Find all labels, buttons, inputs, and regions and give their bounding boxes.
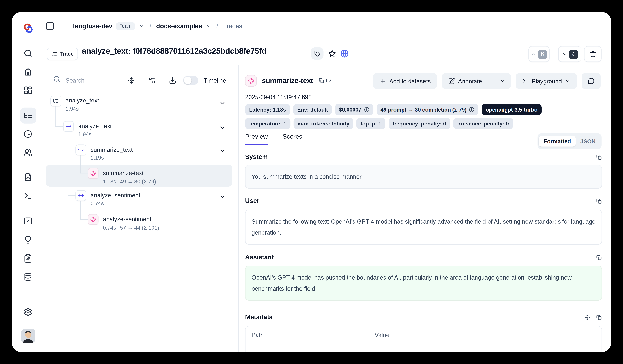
temperature-badge: temperature: 1 — [245, 118, 290, 129]
playground-label: Playground — [532, 78, 562, 85]
home-icon[interactable] — [23, 67, 32, 76]
star-bookmark-icon[interactable] — [328, 50, 336, 58]
search-icon[interactable] — [23, 49, 32, 58]
copy-id-button[interactable]: ID — [319, 78, 331, 83]
tab-scores[interactable]: Scores — [283, 133, 302, 140]
copy-icon[interactable] — [596, 254, 602, 260]
generation-badge — [245, 75, 257, 86]
observation-timestamp: 2025-09-04 11:39:47.698 — [245, 94, 312, 101]
navbar-divider — [12, 40, 611, 40]
observation-title: summarize-text — [262, 76, 313, 85]
detail-header: summarize-text ID — [245, 73, 331, 88]
annotation-clipboard-icon[interactable] — [23, 254, 32, 263]
trace-tree-panel: Search Timeline analyze_text 1.94s — [40, 65, 239, 352]
node-duration: 1.94s — [78, 131, 91, 137]
sidebar-toggle-icon[interactable] — [45, 21, 54, 30]
id-label: ID — [326, 78, 331, 83]
breadcrumb: langfuse-dev Team / docs-examples / Trac… — [73, 12, 242, 40]
users-icon[interactable] — [23, 148, 32, 157]
env-badge: Env: default — [293, 104, 332, 115]
tag-icon — [314, 50, 320, 57]
generation-node-icon — [88, 214, 98, 225]
tag-button[interactable] — [311, 47, 324, 60]
observation-detail-panel: summarize-text ID Add to datasets Annota… — [239, 65, 611, 352]
info-icon[interactable] — [469, 107, 474, 112]
node-metrics: 0.74s57 → 44 (Σ 101) — [103, 225, 159, 231]
preview-content: System You summarize texts in a concise … — [245, 148, 602, 352]
format-formatted-option[interactable]: Formatted — [539, 136, 576, 147]
fan-generation-icon — [90, 216, 96, 222]
detail-actions: Add to datasets Annotate Playground — [373, 73, 601, 89]
sessions-clock-icon[interactable] — [23, 129, 32, 138]
format-json-option[interactable]: JSON — [576, 138, 600, 144]
prompts-file-icon[interactable] — [23, 173, 32, 182]
trace-badge-label: Trace — [60, 51, 73, 57]
org-chevron-down-icon[interactable] — [139, 23, 145, 29]
copy-icon[interactable] — [596, 154, 602, 160]
insights-lightbulb-icon[interactable] — [23, 235, 32, 244]
node-label: analyze_sentiment — [90, 192, 140, 199]
public-globe-icon[interactable] — [340, 49, 349, 58]
playground-terminal-icon[interactable] — [23, 191, 32, 200]
trace-title: analyze_text: f0f78d8887011612a3c25bdcb8… — [82, 46, 266, 56]
tree-connector — [80, 154, 88, 174]
breadcrumb-separator: / — [148, 22, 153, 30]
screen: langfuse-dev Team / docs-examples / Trac… — [0, 0, 623, 364]
annotate-button[interactable]: Annotate — [442, 73, 488, 89]
user-label: User — [245, 197, 259, 204]
tree-search-input[interactable]: Search — [66, 77, 84, 84]
chevron-down-icon[interactable] — [219, 148, 226, 154]
expand-vertical-icon[interactable] — [584, 314, 590, 320]
system-message-box: You summarize texts in a concise manner. — [245, 165, 602, 189]
timeline-toggle[interactable] — [183, 76, 198, 85]
chevron-down-icon[interactable] — [219, 100, 226, 106]
add-to-datasets-button[interactable]: Add to datasets — [373, 73, 437, 89]
settings-gear-icon[interactable] — [23, 307, 32, 317]
tab-preview[interactable]: Preview — [245, 133, 268, 145]
list-tree-icon — [53, 98, 59, 104]
next-item-button[interactable]: J — [558, 46, 581, 62]
langfuse-logo-icon[interactable] — [22, 22, 34, 34]
collapse-all-icon[interactable] — [128, 77, 135, 84]
info-icon[interactable] — [364, 107, 369, 112]
tree-settings-icon[interactable] — [148, 77, 156, 84]
scores-percent-icon[interactable] — [23, 216, 32, 226]
chevron-down-icon[interactable] — [219, 193, 226, 200]
comment-button[interactable] — [582, 73, 601, 89]
node-metrics: 1.18s49 → 30 (Σ 79) — [103, 179, 156, 185]
generation-node-icon — [88, 168, 98, 179]
breadcrumb-project[interactable]: docs-examples — [156, 22, 202, 29]
delete-trace-button[interactable] — [584, 46, 601, 62]
plus-icon — [379, 78, 386, 85]
system-label: System — [245, 153, 268, 160]
message-bubble-icon — [588, 78, 595, 85]
model-badge[interactable]: openai/gpt-3.5-turbo — [482, 104, 542, 115]
project-chevron-down-icon[interactable] — [206, 23, 212, 29]
tokens-badge: 49 prompt → 30 completion (Σ 79) — [377, 104, 479, 115]
datasets-database-icon[interactable] — [23, 272, 32, 281]
chevron-down-icon[interactable] — [219, 124, 226, 131]
tracing-icon[interactable] — [23, 111, 32, 120]
node-duration: 1.94s — [66, 106, 79, 112]
annotate-split-button: Annotate — [442, 73, 511, 89]
prev-item-button[interactable]: K — [528, 46, 550, 62]
detail-tabs: Preview Scores Formatted JSON — [239, 133, 611, 148]
node-label: summarize_text — [90, 146, 133, 153]
copy-icon[interactable] — [596, 198, 602, 204]
assistant-section-header: Assistant — [245, 254, 602, 261]
dashboard-icon[interactable] — [23, 86, 32, 95]
breadcrumb-org[interactable]: langfuse-dev — [73, 22, 112, 29]
fan-generation-icon — [248, 78, 254, 84]
terminal-icon — [522, 78, 528, 84]
user-avatar[interactable] — [21, 329, 35, 343]
node-label: analyze_text — [66, 97, 99, 104]
playground-button[interactable]: Playground — [516, 73, 577, 89]
download-icon[interactable] — [169, 77, 177, 84]
search-icon — [53, 75, 61, 83]
metadata-label: Metadata — [245, 314, 273, 321]
org-type-badge: Team — [116, 22, 135, 30]
chevron-down-icon — [500, 78, 505, 84]
annotate-menu-button[interactable] — [494, 73, 511, 89]
copy-icon[interactable] — [596, 314, 602, 320]
breadcrumb-section[interactable]: Traces — [223, 22, 242, 29]
